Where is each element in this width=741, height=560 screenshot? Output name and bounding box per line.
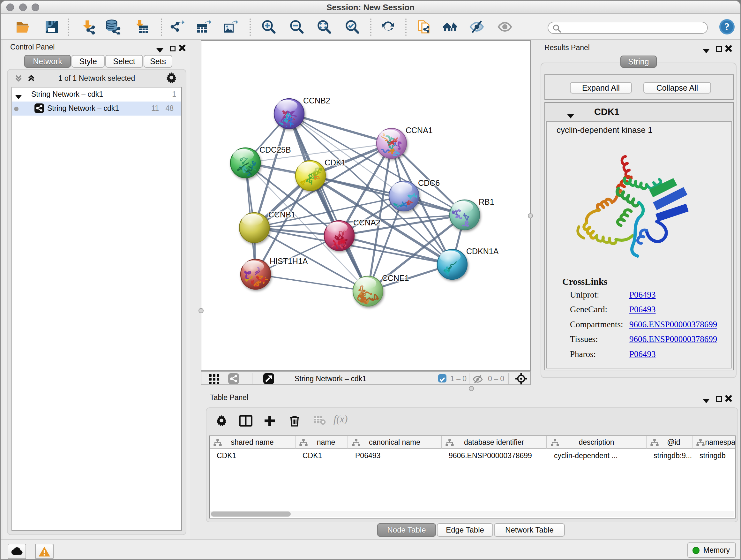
crosslink-link[interactable]: P06493 <box>629 349 656 359</box>
table-column-header[interactable]: @id <box>647 436 692 449</box>
toolbar-separator <box>250 18 251 36</box>
network-node-CDC25B[interactable]: CDC25B <box>230 145 291 181</box>
tab-node-table[interactable]: Node Table <box>377 523 436 537</box>
network-name: String Network – cdk1 <box>47 104 119 113</box>
refresh-icon[interactable] <box>381 19 396 35</box>
results-panel-maximize-icon[interactable] <box>716 43 722 51</box>
network-view-title: String Network – cdk1 <box>294 374 366 383</box>
hide-selected-eye-icon[interactable] <box>469 19 484 35</box>
expand-all-button[interactable]: Expand All <box>570 82 632 94</box>
table-panel-close-icon[interactable] <box>725 393 732 400</box>
control-panel-maximize-icon[interactable] <box>170 42 176 50</box>
network-row[interactable]: String Network – cdk1 11 48 <box>12 102 181 116</box>
table-column-header[interactable]: name <box>295 436 348 449</box>
cdk1-section-header[interactable]: CDK1 <box>545 103 733 121</box>
network-collection-row[interactable]: String Network – cdk1 1 <box>12 87 181 102</box>
collapse-all-button[interactable]: Collapse All <box>643 82 711 94</box>
delete-column-icon[interactable] <box>289 415 300 429</box>
network-node-CCNA2[interactable]: CCNA2 <box>323 218 381 252</box>
network-view-canvas[interactable]: CCNB2CCNA1CDC25BCDK1CDC6RB1CCNB1CCNA2CDK… <box>201 40 531 371</box>
table-column-header[interactable]: description <box>547 436 647 449</box>
left-splitter-handle[interactable] <box>199 308 204 313</box>
export-network-icon[interactable] <box>169 19 185 35</box>
table-options-gear-icon[interactable] <box>216 415 227 428</box>
export-image-icon[interactable] <box>223 19 238 35</box>
crosslink-link[interactable]: 9606.ENSP00000378699 <box>629 320 717 329</box>
table-panel-title: Table Panel <box>210 393 248 402</box>
tab-string[interactable]: String <box>620 56 657 68</box>
title-bar: Session: New Session <box>1 1 740 14</box>
network-graph[interactable]: CCNB2CCNA1CDC25BCDK1CDC6RB1CCNB1CCNA2CDK… <box>201 41 530 370</box>
import-network-database-icon[interactable] <box>105 19 121 35</box>
crosslink-link[interactable]: 9606.ENSP00000378699 <box>629 334 717 344</box>
tab-select[interactable]: Select <box>105 55 143 68</box>
warnings-button[interactable] <box>35 544 54 559</box>
column-tree-icon <box>551 438 559 447</box>
collection-expand-icon[interactable] <box>15 92 22 101</box>
open-file-icon[interactable] <box>15 19 30 35</box>
tab-sets[interactable]: Sets <box>144 55 172 68</box>
network-node-CCNE1[interactable]: CCNE1 <box>353 273 409 306</box>
show-columns-icon[interactable] <box>239 415 253 429</box>
table-container: f(x) shared namenamecanonical namedataba… <box>206 408 738 522</box>
table-panel-float-icon[interactable] <box>703 394 710 401</box>
table-cell: cyclin-dependent ... <box>547 449 647 463</box>
grid-view-icon[interactable] <box>209 374 219 386</box>
export-view-icon[interactable] <box>263 373 274 384</box>
horizontal-splitter-handle[interactable] <box>469 386 474 391</box>
tab-edge-table[interactable]: Edge Table <box>437 523 493 537</box>
results-panel-float-icon[interactable] <box>703 44 710 52</box>
import-table-file-icon[interactable] <box>134 19 149 35</box>
cloud-icon <box>11 546 23 555</box>
column-tree-icon <box>650 438 659 447</box>
zoom-out-icon[interactable] <box>289 19 305 35</box>
delete-table-icon[interactable] <box>313 415 326 428</box>
network-node-HIST1H1A[interactable]: HIST1H1A <box>241 257 308 289</box>
network-badge-icon[interactable] <box>228 373 239 384</box>
table-column-header[interactable]: canonical name <box>348 436 442 449</box>
add-column-icon[interactable] <box>264 415 275 429</box>
tab-network-table[interactable]: Network Table <box>494 523 565 537</box>
memory-button[interactable]: Memory <box>687 543 736 558</box>
table-cell: 9606.ENSP00000378699 <box>442 449 547 463</box>
network-node-CCNA1[interactable]: CCNA1 <box>377 126 433 159</box>
export-table-icon[interactable] <box>196 19 211 35</box>
import-network-file-icon[interactable] <box>81 19 96 35</box>
crosslink-link[interactable]: P06493 <box>629 305 656 314</box>
network-options-gear-icon[interactable] <box>166 72 177 85</box>
function-builder-icon[interactable]: f(x) <box>333 413 347 425</box>
table-column-header[interactable]: shared name <box>210 436 295 449</box>
section-collapse-icon[interactable] <box>567 109 575 121</box>
control-panel-float-icon[interactable] <box>156 44 163 51</box>
table-row[interactable]: CDK1CDK1P064939606.ENSP00000378699cyclin… <box>210 449 735 463</box>
control-panel-close-icon[interactable] <box>179 42 186 50</box>
hidden-eye-icon[interactable] <box>473 374 483 386</box>
crosslink-link[interactable]: P06493 <box>629 290 656 300</box>
results-panel-close-icon[interactable] <box>725 43 732 51</box>
tab-style[interactable]: Style <box>71 55 105 68</box>
save-session-icon[interactable] <box>44 19 59 35</box>
zoom-selected-icon[interactable] <box>345 19 360 35</box>
zoom-in-icon[interactable] <box>261 19 276 35</box>
main-toolbar: ? <box>1 14 740 40</box>
results-panel-title: Results Panel <box>544 44 590 52</box>
crosslink-row: Pharos:P06493 <box>570 349 730 359</box>
copy-style-icon[interactable] <box>417 19 432 35</box>
table-panel-maximize-icon[interactable] <box>716 393 722 400</box>
home-icon[interactable] <box>442 19 458 35</box>
cloud-button[interactable] <box>8 544 26 559</box>
tab-network[interactable]: Network <box>24 55 71 68</box>
help-button[interactable]: ? <box>719 18 735 35</box>
zoom-fit-icon[interactable] <box>317 19 332 35</box>
table-column-header[interactable]: database identifier <box>442 436 547 449</box>
scrollbar-thumb[interactable] <box>211 511 291 516</box>
table-cell: CDK1 <box>210 449 295 463</box>
table-column-header[interactable]: namespace <box>692 436 736 449</box>
show-all-eye-icon[interactable] <box>497 19 513 35</box>
network-node-CDK1[interactable]: CDK1 <box>295 158 346 191</box>
selected-checkbox-icon[interactable] <box>438 374 447 382</box>
birds-eye-crosshair-icon[interactable] <box>515 373 527 387</box>
table-horizontal-scrollbar[interactable] <box>210 511 734 517</box>
search-input[interactable] <box>548 22 708 34</box>
network-node-CDKN1A[interactable]: CDKN1A <box>437 247 499 279</box>
